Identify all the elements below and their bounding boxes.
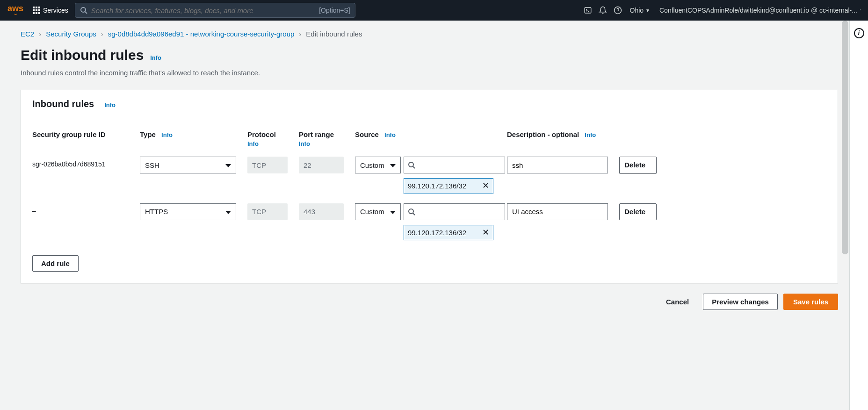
port-info-link[interactable]: Info	[299, 140, 344, 147]
svg-point-6	[409, 162, 413, 167]
rule-description-input[interactable]	[507, 157, 608, 173]
search-icon	[408, 208, 415, 216]
delete-rule-button[interactable]: Delete	[619, 203, 657, 221]
top-nav: aws ⌣ Services [Option+S] O	[0, 0, 868, 21]
scrollbar-thumb[interactable]	[842, 21, 848, 254]
search-icon	[80, 7, 87, 14]
source-mode-select[interactable]: Custom	[355, 203, 401, 220]
services-label: Services	[43, 7, 68, 14]
rule-id: –	[27, 201, 134, 221]
scrollbar[interactable]	[842, 21, 848, 331]
rule-port: 443	[299, 203, 344, 220]
global-search[interactable]: [Option+S]	[75, 3, 355, 18]
source-info-link[interactable]: Info	[384, 131, 396, 138]
svg-line-7	[413, 166, 415, 168]
col-header-rule-id: Security group rule ID	[27, 127, 134, 145]
info-panel-toggle[interactable]: i	[854, 28, 864, 38]
page-title: Edit inbound rules	[21, 47, 144, 63]
source-search-input[interactable]	[415, 161, 501, 169]
rule-type-select[interactable]: HTTPS	[140, 203, 236, 220]
chevron-right-icon: ›	[299, 30, 301, 38]
rule-port: 22	[299, 157, 344, 173]
caret-down-icon: ▼	[859, 8, 861, 13]
col-header-desc: Description - optional Info	[501, 127, 614, 145]
grid-icon	[33, 7, 40, 14]
svg-line-1	[85, 12, 87, 14]
cancel-button[interactable]: Cancel	[658, 294, 697, 309]
remove-cidr-icon[interactable]: ✕	[477, 228, 489, 237]
inbound-rules-panel: Inbound rules Info Security group rule I…	[21, 90, 838, 283]
rules-table: Security group rule ID Type Info Protoco…	[27, 127, 832, 247]
rule-description-input[interactable]	[507, 203, 608, 220]
breadcrumb: EC2 › Security Groups › sg-0d8db4dd9a096…	[21, 30, 838, 38]
svg-line-9	[413, 213, 415, 215]
info-panel-rail: i	[849, 21, 868, 331]
rule-protocol: TCP	[247, 203, 288, 220]
notifications-icon[interactable]	[595, 3, 610, 18]
breadcrumb-security-groups[interactable]: Security Groups	[46, 30, 96, 38]
cloudshell-icon[interactable]	[580, 3, 595, 18]
account-menu[interactable]: ConfluentCOPSAdminRole/dwittekind@conflu…	[655, 7, 861, 14]
protocol-info-link[interactable]: Info	[247, 140, 288, 147]
source-cidr-token: 99.120.172.136/32 ✕	[404, 225, 493, 241]
chevron-right-icon: ›	[39, 30, 41, 38]
breadcrumb-ec2[interactable]: EC2	[21, 30, 34, 38]
panel-header: Inbound rules Info	[21, 90, 838, 118]
col-header-port: Port range Info	[293, 127, 349, 154]
page-content: EC2 › Security Groups › sg-0d8db4dd9a096…	[0, 21, 849, 331]
panel-title-info-link[interactable]: Info	[104, 101, 116, 108]
col-header-actions	[614, 127, 660, 137]
col-header-protocol: Protocol Info	[242, 127, 293, 154]
aws-logo[interactable]: aws ⌣	[7, 4, 23, 16]
search-icon	[408, 161, 415, 169]
col-header-type: Type Info	[134, 127, 242, 145]
region-selector[interactable]: Ohio ▼	[625, 7, 655, 14]
svg-point-8	[409, 209, 413, 214]
rule-protocol: TCP	[247, 157, 288, 173]
panel-title: Inbound rules	[32, 99, 94, 109]
rule-id: sgr-026ba0b5d7d689151	[27, 154, 134, 174]
breadcrumb-current: Edit inbound rules	[306, 30, 362, 38]
caret-down-icon: ▼	[645, 8, 650, 13]
save-rules-button[interactable]: Save rules	[783, 294, 838, 310]
chevron-right-icon: ›	[101, 30, 103, 38]
page-description: Inbound rules control the incoming traff…	[21, 69, 838, 77]
search-input[interactable]	[87, 7, 319, 14]
search-shortcut: [Option+S]	[319, 7, 350, 14]
page-title-info-link[interactable]: Info	[150, 54, 161, 61]
services-menu[interactable]: Services	[33, 7, 68, 14]
svg-rect-2	[585, 7, 591, 13]
rule-type-select[interactable]: SSH	[140, 157, 236, 173]
source-cidr-token: 99.120.172.136/32 ✕	[404, 178, 493, 194]
type-info-link[interactable]: Info	[161, 131, 173, 138]
source-search-input[interactable]	[415, 208, 501, 216]
footer-actions: Cancel Preview changes Save rules	[21, 294, 838, 310]
col-header-source: Source Info	[349, 127, 501, 145]
source-search[interactable]	[404, 203, 505, 220]
source-mode-select[interactable]: Custom	[355, 157, 401, 173]
source-search[interactable]	[404, 157, 505, 173]
help-icon[interactable]	[610, 3, 625, 18]
breadcrumb-sg-detail[interactable]: sg-0d8db4dd9a096ed91 - networking-course…	[108, 30, 295, 38]
preview-changes-button[interactable]: Preview changes	[703, 294, 778, 310]
remove-cidr-icon[interactable]: ✕	[477, 181, 489, 190]
add-rule-button[interactable]: Add rule	[32, 255, 79, 272]
desc-info-link[interactable]: Info	[585, 131, 596, 138]
svg-point-0	[81, 7, 86, 12]
delete-rule-button[interactable]: Delete	[619, 157, 657, 174]
